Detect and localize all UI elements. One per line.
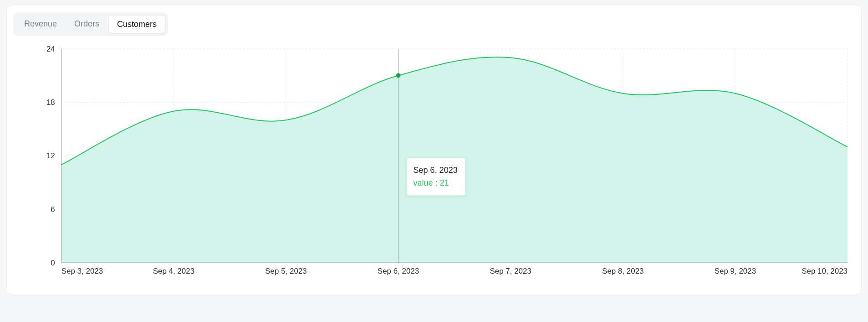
x-tick-label: Sep 9, 2023	[715, 267, 756, 275]
y-tick-label: 6	[51, 205, 55, 214]
tab-customers[interactable]: Customers	[108, 15, 165, 33]
x-tick-label: Sep 10, 2023	[802, 267, 848, 275]
chart-tabs: Revenue Orders Customers	[13, 12, 168, 36]
customers-area-chart[interactable]: 06121824Sep 3, 2023Sep 4, 2023Sep 5, 202…	[11, 40, 857, 281]
x-tick-label: Sep 7, 2023	[490, 267, 531, 275]
x-tick-label: Sep 5, 2023	[265, 267, 306, 275]
series-area	[61, 57, 848, 263]
tab-orders[interactable]: Orders	[66, 15, 107, 33]
y-tick-label: 12	[46, 151, 55, 160]
y-tick-label: 0	[51, 259, 55, 267]
chart-area-wrapper: 06121824Sep 3, 2023Sep 4, 2023Sep 5, 202…	[11, 40, 857, 281]
x-tick-label: Sep 3, 2023	[61, 267, 103, 275]
y-tick-label: 24	[46, 45, 55, 53]
chart-card: Revenue Orders Customers 06121824Sep 3, …	[6, 5, 862, 295]
x-tick-label: Sep 6, 2023	[378, 267, 419, 275]
x-tick-label: Sep 8, 2023	[602, 267, 643, 275]
y-tick-label: 18	[46, 98, 55, 107]
x-tick-label: Sep 4, 2023	[153, 267, 194, 275]
hover-point	[396, 73, 401, 78]
tab-revenue[interactable]: Revenue	[16, 15, 65, 33]
